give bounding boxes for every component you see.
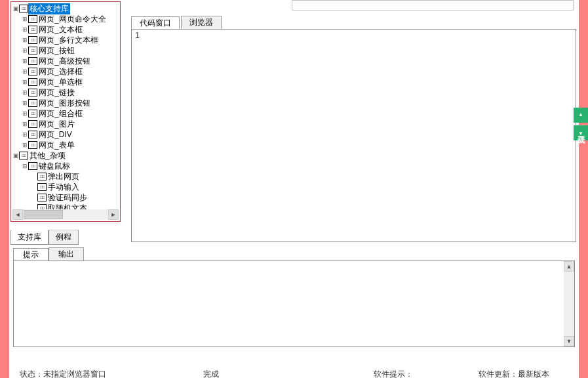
tree-label: 键盘鼠标 bbox=[37, 161, 71, 172]
module-icon: □□ bbox=[28, 15, 37, 23]
output-vertical-scrollbar[interactable]: ▲ ▼ bbox=[564, 261, 574, 346]
module-icon: □□ bbox=[28, 120, 37, 128]
tree-node[interactable]: ⊞□□网页_单选框 bbox=[12, 77, 119, 87]
module-icon: □□ bbox=[28, 141, 37, 149]
module-icon: □□ bbox=[28, 110, 37, 117]
tree-node[interactable]: ⊞□□网页_按钮 bbox=[12, 45, 119, 56]
tree-horizontal-scrollbar[interactable]: ◄ ► bbox=[12, 209, 119, 220]
back-to-top-button[interactable]: ▲回顶部 bbox=[574, 108, 588, 123]
tree-root-core[interactable]: ▣□□核心支持库 bbox=[12, 3, 119, 14]
scroll-thumb[interactable] bbox=[24, 210, 63, 219]
tree-label: 网页_单选框 bbox=[37, 77, 84, 88]
tree-label: 网页_多行文本框 bbox=[37, 35, 100, 46]
chevron-down-icon: ▼ bbox=[578, 131, 583, 136]
scroll-left-icon[interactable]: ◄ bbox=[12, 209, 23, 220]
module-icon: □□ bbox=[28, 47, 37, 54]
editor-tabs: 代码窗口 浏览器 bbox=[128, 14, 579, 29]
library-icon: □□ bbox=[19, 152, 28, 159]
expand-icon[interactable]: ⊞ bbox=[22, 111, 28, 117]
tree-node[interactable]: ⊞□□网页_高级按钮 bbox=[12, 56, 119, 66]
tree-node[interactable]: ⊞□□网页_组合框 bbox=[12, 108, 119, 119]
module-icon: □□ bbox=[28, 57, 37, 65]
tree-label: 网页_选择框 bbox=[37, 66, 84, 77]
tab-browser[interactable]: 浏览器 bbox=[181, 16, 222, 29]
tree-node[interactable]: □□验证码同步 bbox=[12, 192, 119, 203]
tree-node[interactable]: ⊞□□网页_文本框 bbox=[12, 24, 119, 35]
library-panel: ▣□□核心支持库 ⊞□□网页_网页命令大全⊞□□网页_文本框⊞□□网页_多行文本… bbox=[9, 0, 122, 245]
tree-node[interactable]: ⊞□□网页_多行文本框 bbox=[12, 35, 119, 45]
tree-label: 网页_图片 bbox=[37, 119, 76, 130]
expand-icon[interactable]: ⊞ bbox=[22, 132, 28, 138]
tree-node[interactable]: □□弹出网页 bbox=[12, 171, 119, 182]
tree-label: 网页_组合框 bbox=[37, 108, 84, 119]
expand-icon[interactable]: ⊟ bbox=[22, 163, 28, 169]
module-icon: □□ bbox=[37, 173, 47, 180]
expand-icon[interactable]: ⊞ bbox=[22, 69, 28, 75]
module-icon: □□ bbox=[37, 204, 47, 209]
expand-icon[interactable]: ⊞ bbox=[22, 79, 28, 85]
tree-label: 网页_按钮 bbox=[37, 45, 76, 56]
tab-support-library[interactable]: 支持库 bbox=[10, 230, 49, 245]
tree-node[interactable]: ⊞□□网页_图形按钮 bbox=[12, 98, 119, 108]
tree-node[interactable]: ⊞□□网页_链接 bbox=[12, 87, 119, 98]
tab-hints[interactable]: 提示 bbox=[13, 248, 49, 261]
module-icon: □□ bbox=[28, 26, 37, 33]
tab-code-window[interactable]: 代码窗口 bbox=[131, 16, 180, 30]
expand-icon[interactable]: ⊞ bbox=[22, 48, 28, 54]
output-pane[interactable]: ▲ ▼ bbox=[13, 261, 575, 347]
tree-label: 弹出网页 bbox=[47, 171, 81, 182]
code-editor[interactable]: 1 bbox=[131, 29, 576, 242]
tree-label: 验证码同步 bbox=[47, 192, 88, 203]
expand-icon[interactable]: ⊞ bbox=[22, 37, 28, 43]
tree-label: 网页_网页命令大全 bbox=[37, 14, 108, 25]
line-number: 1 bbox=[132, 30, 141, 242]
tree-node[interactable]: ⊞□□网页_选择框 bbox=[12, 66, 119, 77]
library-icon: □□ bbox=[19, 5, 28, 12]
status-text: 状态：未指定浏览器窗口 bbox=[14, 369, 198, 378]
tree-node[interactable]: ⊞□□网页_表单 bbox=[12, 140, 119, 150]
expand-icon[interactable]: ⊞ bbox=[22, 16, 28, 22]
module-icon: □□ bbox=[28, 78, 37, 86]
side-float-buttons: ▲回顶部 去下载▼ bbox=[574, 108, 588, 140]
expand-icon[interactable]: ⊞ bbox=[22, 27, 28, 33]
expand-icon[interactable]: ⊞ bbox=[22, 142, 28, 148]
expand-icon[interactable]: ▣ bbox=[12, 153, 19, 159]
status-progress: 完成 bbox=[198, 369, 368, 378]
toolbar-box bbox=[292, 0, 574, 10]
tree-root-other[interactable]: ▣□□其他_杂项 bbox=[12, 150, 119, 161]
tree-label: 网页_高级按钮 bbox=[37, 56, 92, 67]
editor-panel: 代码窗口 浏览器 1 bbox=[122, 0, 579, 245]
tree-node[interactable]: □□取随机文本 bbox=[12, 203, 119, 209]
collapse-icon[interactable]: ▣ bbox=[12, 6, 19, 12]
tree-label: 网页_链接 bbox=[37, 87, 76, 98]
tree-node[interactable]: ⊞□□网页_网页命令大全 bbox=[12, 14, 119, 24]
status-update: 软件更新：最新版本 bbox=[473, 369, 574, 378]
scroll-right-icon[interactable]: ► bbox=[108, 209, 119, 220]
expand-icon[interactable]: ⊞ bbox=[22, 100, 28, 106]
chevron-up-icon: ▲ bbox=[578, 112, 583, 117]
scroll-down-icon[interactable]: ▼ bbox=[564, 336, 574, 346]
tree-node[interactable]: ⊞□□网页_DIV bbox=[12, 129, 119, 140]
tree-label: 其他_杂项 bbox=[28, 150, 67, 161]
tree-node[interactable]: ⊟□□键盘鼠标 bbox=[12, 161, 119, 171]
tree-label: 网页_图形按钮 bbox=[37, 98, 92, 109]
module-icon: □□ bbox=[37, 194, 47, 201]
module-icon: □□ bbox=[37, 183, 47, 191]
tree-label: 手动输入 bbox=[47, 182, 81, 193]
tree-label: 网页_表单 bbox=[37, 140, 76, 151]
tab-output[interactable]: 输出 bbox=[49, 247, 84, 261]
tree-node[interactable]: ⊞□□网页_图片 bbox=[12, 119, 119, 129]
scroll-up-icon[interactable]: ▲ bbox=[564, 261, 574, 272]
go-download-button[interactable]: 去下载▼ bbox=[574, 125, 588, 140]
tree-node[interactable]: □□手动输入 bbox=[12, 182, 119, 192]
expand-icon[interactable]: ⊞ bbox=[22, 121, 28, 127]
tab-examples[interactable]: 例程 bbox=[49, 230, 79, 245]
expand-icon[interactable]: ⊞ bbox=[22, 90, 28, 96]
expand-icon[interactable]: ⊞ bbox=[22, 58, 28, 64]
module-icon: □□ bbox=[28, 131, 37, 138]
module-icon: □□ bbox=[28, 162, 37, 170]
tree-label: 核心支持库 bbox=[28, 3, 70, 14]
tree-label: 网页_DIV bbox=[37, 129, 73, 140]
library-tree[interactable]: ▣□□核心支持库 ⊞□□网页_网页命令大全⊞□□网页_文本框⊞□□网页_多行文本… bbox=[10, 1, 121, 222]
status-bar: 状态：未指定浏览器窗口 完成 软件提示： 软件更新：最新版本 bbox=[9, 369, 579, 378]
